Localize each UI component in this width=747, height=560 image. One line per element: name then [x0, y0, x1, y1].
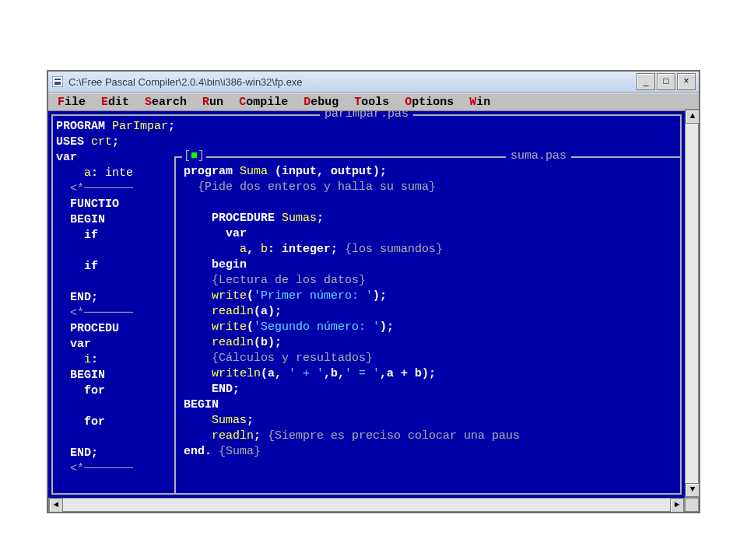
menu-label: ebug	[310, 96, 338, 109]
vertical-scrollbar[interactable]: ▲ ▼	[685, 109, 699, 498]
bracket-right: ]	[198, 149, 205, 163]
menu-hotkey: S	[145, 96, 152, 109]
menu-hotkey: R	[202, 96, 209, 109]
menu-tools[interactable]: Tools	[346, 96, 397, 109]
scroll-down-icon[interactable]: ▼	[686, 483, 700, 497]
scroll-up-icon[interactable]: ▲	[686, 110, 700, 124]
titlebar[interactable]: C:\Free Pascal Compiler\2.0.4\bin\i386-w…	[48, 72, 699, 93]
editor-area: parimpar.pas PROGRAM ParImpar; USES crt;…	[48, 111, 685, 498]
menu-hotkey: W	[469, 96, 476, 109]
window-buttons: _ □ ×	[637, 73, 696, 90]
menu-hotkey: O	[405, 96, 412, 109]
scrollbar-corner	[685, 498, 699, 512]
svg-rect-1	[54, 79, 61, 80]
menu-label: dit	[108, 96, 129, 109]
menu-hotkey: C	[239, 96, 246, 109]
close-button[interactable]: ×	[677, 73, 696, 90]
menu-hotkey: F	[58, 96, 65, 109]
scroll-left-icon[interactable]: ◄	[49, 499, 63, 513]
menu-label: ile	[65, 96, 86, 109]
menu-options[interactable]: Options	[397, 96, 461, 109]
menubar: FileEditSearchRunCompileDebugToolsOption…	[48, 93, 699, 111]
horizontal-scrollbar[interactable]: ◄ ►	[48, 498, 685, 512]
menu-search[interactable]: Search	[137, 96, 195, 109]
menu-hotkey: T	[354, 96, 361, 109]
menu-label: ools	[361, 96, 389, 109]
menu-label: in	[476, 96, 490, 109]
close-square-icon: ■	[191, 149, 198, 163]
foreground-pane-code[interactable]: program Suma (input, output); {Pide dos …	[184, 164, 520, 460]
menu-file[interactable]: File	[50, 96, 93, 109]
svg-rect-2	[54, 82, 61, 85]
menu-debug[interactable]: Debug	[296, 96, 346, 109]
menu-hotkey: D	[303, 96, 310, 109]
menu-label: ompile	[246, 96, 288, 109]
app-icon	[51, 75, 64, 88]
menu-run[interactable]: Run	[195, 96, 231, 109]
pane-close-icon[interactable]: [■]	[182, 149, 206, 164]
window-title: C:\Free Pascal Compiler\2.0.4\bin\i386-w…	[68, 76, 632, 88]
menu-label: un	[209, 96, 223, 109]
background-pane-code[interactable]: PROGRAM ParImpar; USES crt; var a: inte …	[56, 119, 175, 477]
foreground-pane-title: suma.pas	[506, 149, 571, 164]
menu-edit[interactable]: Edit	[93, 96, 137, 109]
menu-hotkey: E	[101, 96, 108, 109]
application-window: C:\Free Pascal Compiler\2.0.4\bin\i386-w…	[47, 70, 700, 513]
menu-compile[interactable]: Compile	[231, 96, 296, 109]
minimize-button[interactable]: _	[637, 73, 655, 90]
menu-win[interactable]: Win	[461, 96, 498, 109]
bracket-left: [	[184, 149, 191, 163]
menu-label: ptions	[412, 96, 454, 109]
scroll-right-icon[interactable]: ►	[670, 499, 684, 513]
menu-label: earch	[152, 96, 187, 109]
background-pane-title: parimpar.pas	[320, 111, 413, 122]
maximize-button[interactable]: □	[657, 73, 675, 90]
